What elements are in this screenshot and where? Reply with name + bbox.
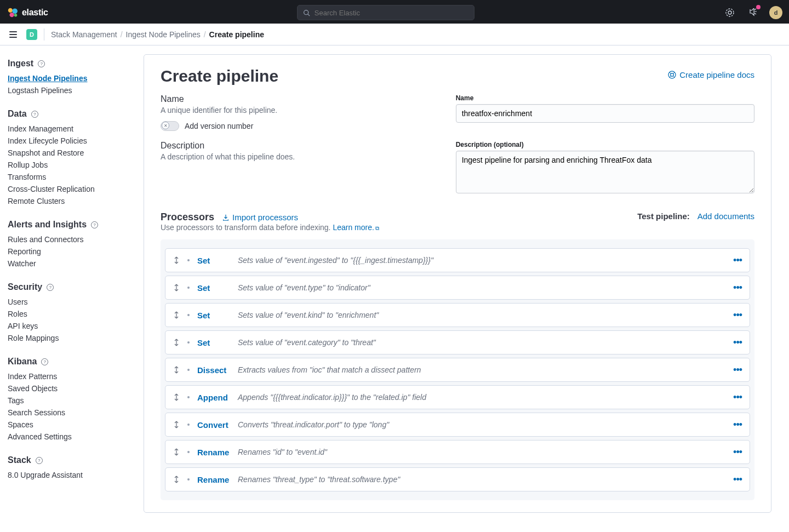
sidebar-item-snapshot-restore[interactable]: Snapshot and Restore [8,148,130,157]
sidebar-item-rules[interactable]: Rules and Connectors [8,235,130,244]
breadcrumb-stack-management[interactable]: Stack Management [51,30,117,39]
svg-point-0 [8,8,13,13]
help-icon[interactable] [723,6,736,19]
processor-row[interactable]: RenameRenames "threat_type" to "threat.s… [165,467,750,491]
desc-input[interactable] [456,151,754,193]
help-icon[interactable]: ? [31,111,38,118]
more-icon[interactable]: ••• [733,337,742,348]
sidebar-item-role-mappings[interactable]: Role Mappings [8,334,130,342]
svg-line-11 [673,72,675,74]
sidebar-item-watcher[interactable]: Watcher [8,259,130,268]
more-icon[interactable]: ••• [733,474,742,485]
bullet-icon [187,259,190,261]
sidebar-item-logstash-pipelines[interactable]: Logstash Pipelines [8,86,130,95]
more-icon[interactable]: ••• [733,255,742,266]
help-icon[interactable]: ? [91,221,98,228]
processor-type[interactable]: Set [197,338,230,347]
processor-type[interactable]: Set [197,311,230,320]
sidebar-item-tags[interactable]: Tags [8,396,130,405]
processor-row[interactable]: SetSets value of "event.category" to "th… [165,330,750,354]
sidebar-item-ilm[interactable]: Index Lifecycle Policies [8,136,130,145]
version-toggle-label: Add version number [185,122,253,130]
sidebar-item-ccr[interactable]: Cross-Cluster Replication [8,185,130,193]
help-icon[interactable]: ? [47,284,54,291]
sidebar-item-reporting[interactable]: Reporting [8,247,130,256]
help-icon[interactable]: ? [38,60,45,67]
drag-handle-icon[interactable] [173,284,180,291]
space-badge[interactable]: D [26,29,37,40]
processor-type[interactable]: Set [197,283,230,293]
processor-row[interactable]: AppendAppends "{{{threat.indicator.ip}}}… [165,385,750,409]
sidebar-item-remote-clusters[interactable]: Remote Clusters [8,197,130,205]
sidebar-item-spaces[interactable]: Spaces [8,420,130,429]
processor-type[interactable]: Convert [197,420,230,430]
svg-line-12 [670,76,671,77]
logo[interactable]: elastic [7,7,48,19]
sidebar-heading-data: Data [8,109,27,119]
drag-handle-icon[interactable] [173,311,180,319]
sidebar-item-index-patterns[interactable]: Index Patterns [8,372,130,381]
processor-row[interactable]: SetSets value of "event.kind" to "enrich… [165,303,750,327]
sidebar-item-search-sessions[interactable]: Search Sessions [8,408,130,417]
processor-type[interactable]: Rename [197,448,230,457]
processor-row[interactable]: SetSets value of "event.type" to "indica… [165,276,750,300]
sidebar-heading-alerts: Alerts and Insights [8,220,87,230]
create-pipeline-panel: Create pipeline Create pipeline docs Nam… [144,54,771,513]
drag-handle-icon[interactable] [173,421,180,428]
sidebar-item-rollup[interactable]: Rollup Jobs [8,161,130,169]
avatar[interactable]: d [769,6,782,19]
sidebar-item-saved-objects[interactable]: Saved Objects [8,384,130,393]
processor-row[interactable]: SetSets value of "event.ingested" to "{{… [165,248,750,272]
sidebar-item-ingest-node-pipelines[interactable]: Ingest Node Pipelines [8,74,130,83]
sidebar-item-transforms[interactable]: Transforms [8,173,130,181]
processor-type[interactable]: Set [197,256,230,265]
sidebar-heading-ingest: Ingest [8,59,33,68]
svg-point-3 [14,14,18,17]
sidebar-item-users[interactable]: Users [8,298,130,306]
sidebar-heading-kibana: Kibana [8,357,37,367]
name-input[interactable] [456,104,754,123]
divider [44,28,44,41]
search-box[interactable] [297,5,474,20]
import-processors-link[interactable]: Import processors [222,213,298,222]
drag-handle-icon[interactable] [173,393,180,401]
sidebar-heading-stack: Stack [8,455,31,465]
drag-handle-icon[interactable] [173,339,180,346]
search-input[interactable] [315,9,468,17]
more-icon[interactable]: ••• [733,310,742,321]
page-title: Create pipeline [161,67,278,85]
drag-handle-icon[interactable] [173,366,180,374]
sidebar-item-roles[interactable]: Roles [8,310,130,318]
drag-handle-icon[interactable] [173,448,180,456]
sidebar-item-upgrade-assistant[interactable]: 8.0 Upgrade Assistant [8,471,130,479]
add-documents-link[interactable]: Add documents [697,211,754,221]
sidebar-item-api-keys[interactable]: API keys [8,322,130,330]
processor-desc: Sets value of "event.category" to "threa… [238,338,725,347]
processor-type[interactable]: Append [197,393,230,402]
docs-link[interactable]: Create pipeline docs [668,70,754,79]
notification-dot [756,5,761,9]
processor-row[interactable]: DissectExtracts values from "ioc" that m… [165,358,750,382]
sidebar-item-advanced-settings[interactable]: Advanced Settings [8,432,130,441]
sidebar-item-index-management[interactable]: Index Management [8,124,130,133]
processor-row[interactable]: RenameRenames "id" to "event.id"••• [165,440,750,464]
more-icon[interactable]: ••• [733,364,742,376]
more-icon[interactable]: ••• [733,282,742,294]
learn-more-link[interactable]: Learn more.⧉ [333,223,379,232]
drag-handle-icon[interactable] [173,256,180,264]
more-icon[interactable]: ••• [733,447,742,458]
bullet-icon [187,314,190,316]
processor-type[interactable]: Dissect [197,365,230,375]
version-toggle[interactable]: ✕ [161,121,179,131]
drag-handle-icon[interactable] [173,476,180,483]
help-icon[interactable]: ? [41,358,48,365]
processor-type[interactable]: Rename [197,475,230,484]
svg-line-10 [670,72,671,74]
more-icon[interactable]: ••• [733,419,742,431]
more-icon[interactable]: ••• [733,392,742,403]
hamburger-menu-icon[interactable] [7,28,20,41]
processor-row[interactable]: ConvertConverts "threat.indicator.port" … [165,413,750,437]
help-icon[interactable]: ? [36,457,43,464]
breadcrumb-ingest-pipelines[interactable]: Ingest Node Pipelines [126,30,201,39]
news-icon[interactable] [746,6,759,19]
